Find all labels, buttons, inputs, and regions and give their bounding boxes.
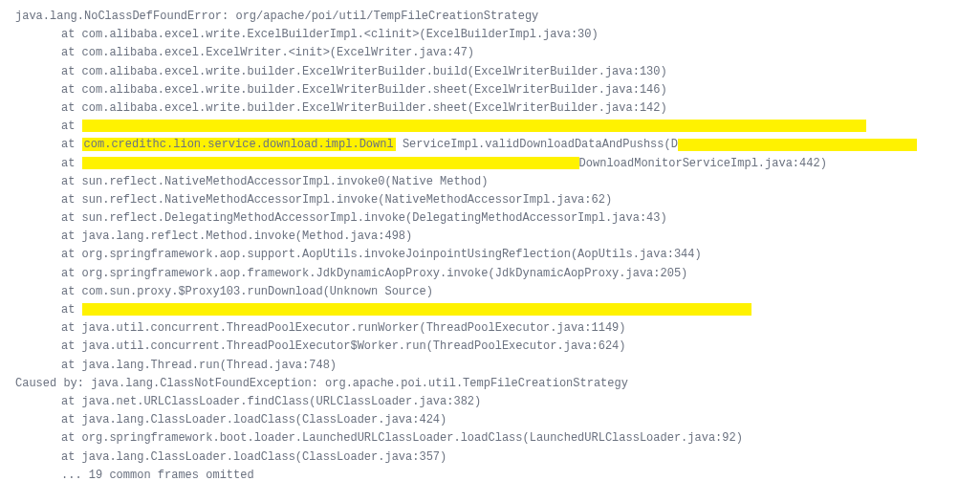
stacktrace-text: at java.lang.reflect.Method.invoke(Metho… (61, 230, 412, 243)
stacktrace-prefix: at (61, 157, 82, 170)
stacktrace-text: at com.alibaba.excel.write.builder.Excel… (61, 65, 667, 78)
stacktrace-line: ... 19 common frames omitted (0, 467, 980, 485)
stacktrace-text: at org.springframework.aop.framework.Jdk… (61, 267, 687, 280)
stacktrace-prefix: at (61, 303, 82, 317)
stacktrace-container: java.lang.NoClassDefFoundError: org/apac… (0, 8, 980, 485)
stacktrace-line: at java.util.concurrent.ThreadPoolExecut… (0, 338, 980, 356)
stacktrace-text: ServiceImpl.validDownloadDataAndPushss(D (403, 138, 678, 151)
stacktrace-line: at com.alibaba.excel.write.builder.Excel… (0, 81, 980, 99)
stacktrace-text: at java.util.concurrent.ThreadPoolExecut… (61, 339, 626, 353)
stacktrace-text: at com.sun.proxy.$Proxy103.runDownload(U… (61, 285, 433, 298)
stacktrace-prefix: at (61, 120, 82, 133)
stacktrace-text: java.lang.NoClassDefFoundError: org/apac… (15, 10, 538, 23)
stacktrace-line: at org.springframework.aop.support.AopUt… (0, 246, 980, 264)
stacktrace-line: java.lang.NoClassDefFoundError: org/apac… (0, 8, 980, 26)
redacted-text: com.credithc.lion.service.download.impl.… (82, 138, 396, 151)
stacktrace-line: at sun.reflect.DelegatingMethodAccessorI… (0, 209, 980, 228)
stacktrace-line: at (0, 301, 980, 319)
stacktrace-line: at java.lang.Thread.run(Thread.java:748) (0, 357, 980, 375)
stacktrace-line: at sun.reflect.NativeMethodAccessorImpl.… (0, 173, 980, 191)
stacktrace-text: at com.alibaba.excel.write.builder.Excel… (61, 101, 667, 115)
stacktrace-line: at com.alibaba.excel.write.builder.Excel… (0, 99, 980, 118)
stacktrace-line: at (0, 118, 980, 136)
stacktrace-text: at java.lang.ClassLoader.loadClass(Class… (61, 450, 446, 464)
stacktrace-line: at com.credithc.lion.service.download.im… (0, 136, 980, 154)
redacted-highlight (82, 120, 866, 132)
stacktrace-line: at DownloadMonitorServiceImpl.java:442) (0, 155, 980, 173)
stacktrace-text: Caused by: java.lang.ClassNotFoundExcept… (15, 377, 628, 390)
redacted-highlight (82, 303, 751, 316)
stacktrace-line: at java.lang.ClassLoader.loadClass(Class… (0, 448, 980, 467)
stacktrace-line: at com.sun.proxy.$Proxy103.runDownload(U… (0, 283, 980, 301)
stacktrace-text: DownloadMonitorServiceImpl.java:442) (579, 157, 827, 170)
stacktrace-line: at java.lang.reflect.Method.invoke(Metho… (0, 228, 980, 246)
stacktrace-text: at com.alibaba.excel.write.ExcelBuilderI… (61, 28, 599, 41)
stacktrace-prefix: at (61, 138, 82, 151)
stacktrace-line: at org.springframework.boot.loader.Launc… (0, 429, 980, 448)
stacktrace-text: at java.lang.Thread.run(Thread.java:748) (61, 359, 337, 372)
stacktrace-line: at com.alibaba.excel.ExcelWriter.<init>(… (0, 44, 980, 62)
stacktrace-line: at java.util.concurrent.ThreadPoolExecut… (0, 319, 980, 338)
stacktrace-line: at java.lang.ClassLoader.loadClass(Class… (0, 411, 980, 429)
stacktrace-text: at sun.reflect.DelegatingMethodAccessorI… (61, 211, 667, 225)
stacktrace-text: at com.alibaba.excel.write.builder.Excel… (61, 83, 667, 97)
stacktrace-line: at com.alibaba.excel.write.builder.Excel… (0, 63, 980, 81)
stacktrace-text: at java.lang.ClassLoader.loadClass(Class… (61, 413, 446, 426)
stacktrace-line: at org.springframework.aop.framework.Jdk… (0, 265, 980, 283)
stacktrace-text: at org.springframework.aop.support.AopUt… (61, 248, 702, 261)
stacktrace-text: at java.net.URLClassLoader.findClass(URL… (61, 395, 481, 408)
stacktrace-text: at com.alibaba.excel.ExcelWriter.<init>(… (61, 46, 474, 59)
stacktrace-text: at sun.reflect.NativeMethodAccessorImpl.… (61, 193, 612, 207)
stacktrace-line: at com.alibaba.excel.write.ExcelBuilderI… (0, 26, 980, 44)
redacted-highlight (678, 139, 917, 151)
stacktrace-text: ... 19 common frames omitted (61, 469, 254, 482)
stacktrace-text: at java.util.concurrent.ThreadPoolExecut… (61, 321, 626, 335)
stacktrace-line: Caused by: java.lang.ClassNotFoundExcept… (0, 375, 980, 393)
stacktrace-line: at sun.reflect.NativeMethodAccessorImpl.… (0, 191, 980, 209)
stacktrace-line: at java.net.URLClassLoader.findClass(URL… (0, 393, 980, 411)
stacktrace-text: at org.springframework.boot.loader.Launc… (61, 431, 743, 445)
stacktrace-text: at sun.reflect.NativeMethodAccessorImpl.… (61, 175, 488, 188)
redacted-highlight (82, 157, 579, 169)
